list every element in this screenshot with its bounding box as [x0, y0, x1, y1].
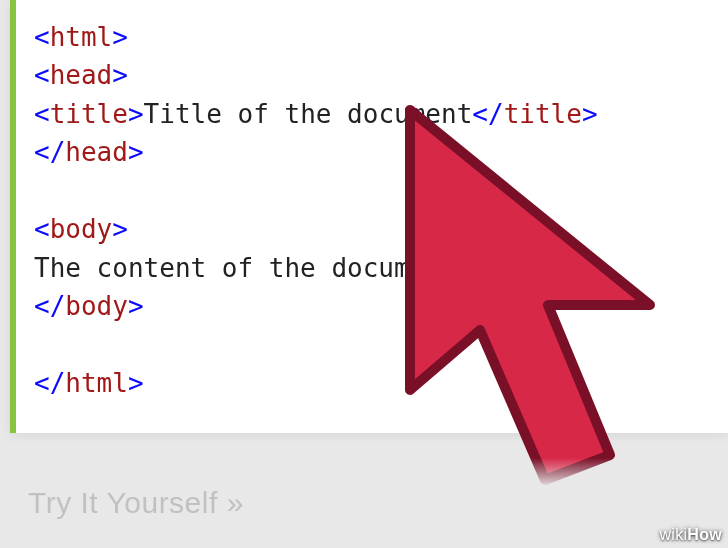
- code-panel: <html><head><title>Title of the document…: [10, 0, 728, 433]
- code-line: <body>: [34, 210, 704, 248]
- watermark-prefix: wiki: [659, 526, 687, 543]
- code-line: [34, 172, 704, 210]
- code-line: <html>: [34, 18, 704, 56]
- code-line: </head>: [34, 133, 704, 171]
- code-line: <head>: [34, 56, 704, 94]
- watermark: wikiHow: [659, 526, 722, 544]
- watermark-suffix: How: [687, 526, 722, 543]
- code-line: <title>Title of the document</title>: [34, 95, 704, 133]
- code-block: <html><head><title>Title of the document…: [34, 18, 704, 403]
- code-line: </body>: [34, 287, 704, 325]
- code-line: The content of the document......: [34, 249, 704, 287]
- code-line: [34, 326, 704, 364]
- ghost-caption: Try It Yourself »: [28, 486, 244, 520]
- code-line: </html>: [34, 364, 704, 402]
